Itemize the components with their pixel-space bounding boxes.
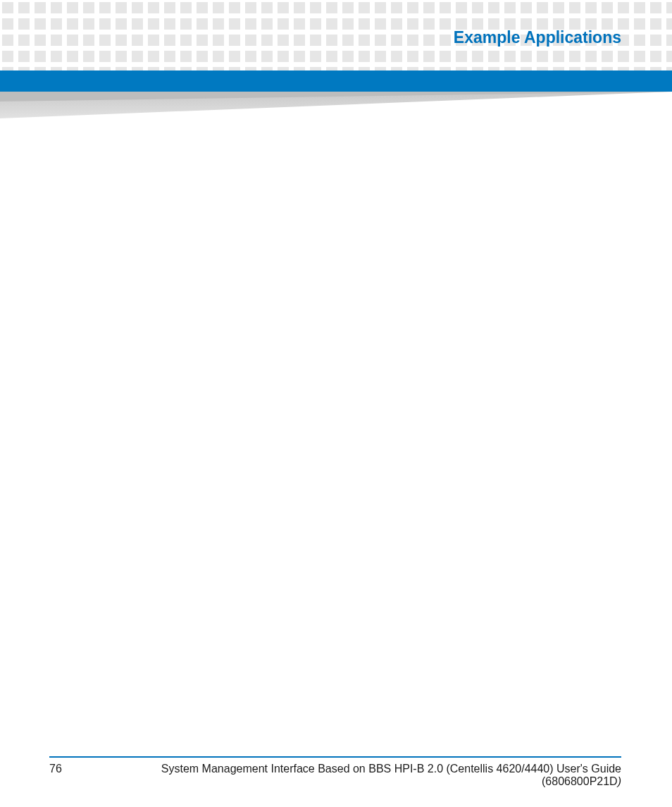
footer: 76 System Management Interface Based on … bbox=[49, 763, 621, 788]
page-number: 76 bbox=[49, 763, 62, 775]
page-title: Example Applications bbox=[454, 28, 621, 47]
header-blue-bar bbox=[0, 70, 672, 92]
footer-text-trail: ) bbox=[618, 775, 621, 787]
header-grey-wedge bbox=[0, 92, 672, 121]
footer-text: System Management Interface Based on BBS… bbox=[90, 763, 621, 788]
footer-text-main: System Management Interface Based on BBS… bbox=[161, 763, 621, 787]
footer-rule bbox=[49, 756, 621, 758]
